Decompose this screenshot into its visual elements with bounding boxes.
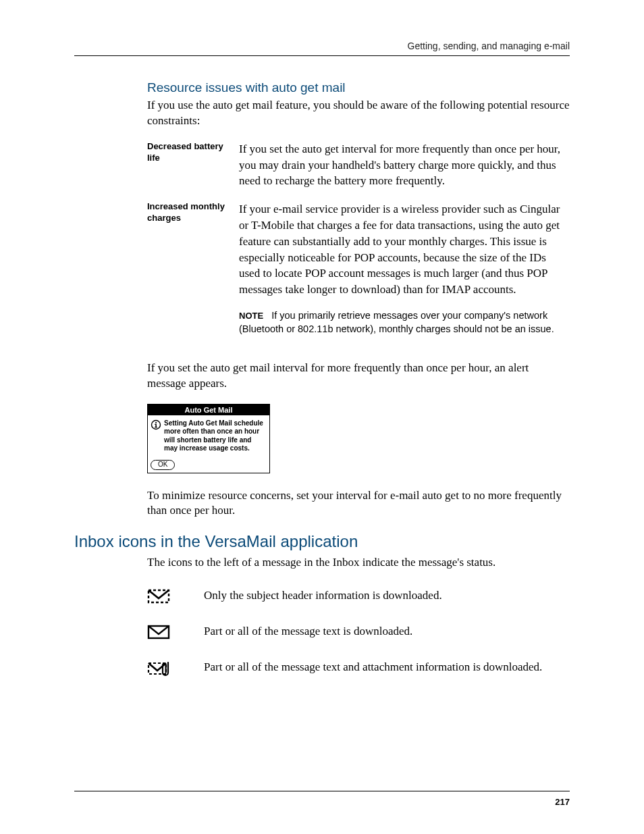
- icon-row: Part or all of the message text and atta…: [147, 654, 542, 694]
- dialog-title: Auto Get Mail: [148, 405, 269, 415]
- ok-button[interactable]: OK: [151, 460, 175, 470]
- icon-desc: Only the subject header information is d…: [204, 583, 542, 619]
- definition-desc: If you set the auto get interval for mor…: [239, 141, 570, 201]
- icons-intro: The icons to the left of a message in th…: [147, 555, 570, 571]
- dashed-envelope-icon: [147, 583, 204, 619]
- definition-desc-text: If your e-mail service provider is a wir…: [239, 203, 560, 296]
- resource-outro: To minimize resource concerns, set your …: [147, 488, 570, 519]
- auto-get-mail-dialog: Auto Get Mail Setting Auto Get Mail sche…: [147, 404, 270, 473]
- icon-desc: Part or all of the message text and atta…: [204, 654, 542, 694]
- svg-rect-4: [155, 427, 157, 427]
- definition-term: Increased monthly charges: [147, 201, 239, 348]
- definition-row: Decreased battery life If you set the au…: [147, 141, 570, 201]
- envelope-attach-icon: [147, 654, 204, 694]
- icon-row: Only the subject header information is d…: [147, 583, 542, 619]
- info-icon: [151, 419, 161, 433]
- definition-list: Decreased battery life If you set the au…: [147, 141, 570, 348]
- section-heading-inbox-icons: Inbox icons in the VersaMail application: [74, 532, 570, 551]
- icon-row: Part or all of the message text is downl…: [147, 619, 542, 654]
- icon-legend-table: Only the subject header information is d…: [147, 583, 542, 694]
- alert-intro: If you set the auto get mail interval fo…: [147, 361, 570, 392]
- definition-row: Increased monthly charges If your e-mail…: [147, 201, 570, 348]
- resource-intro: If you use the auto get mail feature, yo…: [147, 98, 570, 129]
- definition-desc: If your e-mail service provider is a wir…: [239, 201, 570, 348]
- note-body: If you primarily retrieve messages over …: [239, 310, 554, 334]
- svg-rect-1: [155, 422, 157, 423]
- dialog-message: Setting Auto Get Mail schedule more ofte…: [164, 419, 267, 453]
- note-label: NOTE: [239, 311, 263, 321]
- section-heading-resource: Resource issues with auto get mail: [147, 80, 570, 95]
- page-number: 217: [74, 791, 570, 807]
- envelope-icon: [147, 619, 204, 654]
- definition-term: Decreased battery life: [147, 141, 239, 201]
- svg-rect-3: [155, 423, 156, 424]
- running-header: Getting, sending, and managing e-mail: [74, 41, 570, 56]
- icon-desc: Part or all of the message text is downl…: [204, 619, 542, 654]
